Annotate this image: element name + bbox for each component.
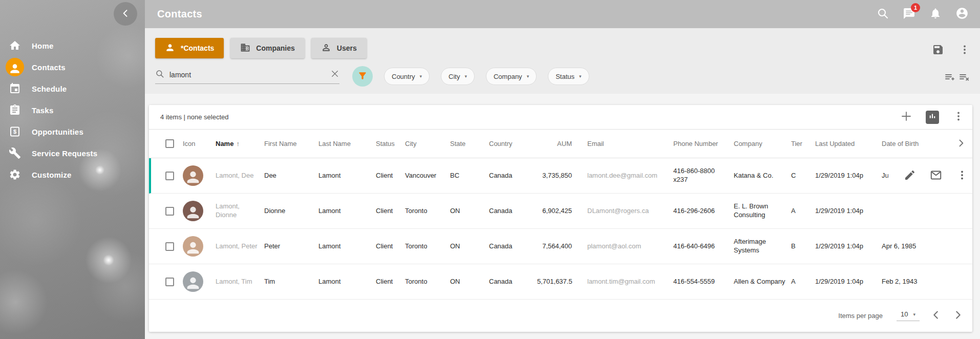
cell-country: Canada: [489, 172, 537, 180]
clear-search-button[interactable]: [330, 69, 339, 80]
cell-tier: A: [791, 278, 815, 286]
search-input[interactable]: [169, 71, 325, 79]
column-header-name[interactable]: Name↑: [216, 140, 264, 147]
chart-view-button[interactable]: [926, 111, 939, 124]
email-button[interactable]: [929, 168, 943, 183]
column-header-state[interactable]: State: [450, 140, 489, 147]
column-header-city[interactable]: City: [405, 140, 450, 147]
search-button[interactable]: [877, 7, 889, 21]
column-header-tier[interactable]: Tier: [791, 140, 815, 147]
table-row[interactable]: Lamont, Peter Peter Lamont Client Toront…: [149, 229, 972, 264]
cell-aum: 6,902,425: [537, 207, 587, 216]
select-all-checkbox[interactable]: [165, 139, 174, 148]
column-header-first-name[interactable]: First Name: [264, 140, 318, 147]
sidebar-item-service-requests[interactable]: Service Requests: [0, 142, 145, 164]
add-filter-button[interactable]: [944, 71, 956, 85]
tab-contacts[interactable]: *Contacts: [155, 38, 224, 58]
notifications-button[interactable]: [929, 7, 942, 21]
sidebar-collapse-button[interactable]: [114, 2, 137, 26]
cell-email: DLamont@rogers.ca: [587, 207, 673, 216]
chevron-down-icon: ▾: [464, 74, 467, 79]
filter-funnel-button[interactable]: [352, 66, 373, 87]
filters-band: *Contacts Companies Users: [145, 28, 980, 94]
edit-button[interactable]: [904, 169, 916, 183]
sidebar-item-schedule[interactable]: Schedule: [0, 78, 145, 99]
contacts-icon: [6, 58, 24, 76]
calendar-icon: [9, 82, 21, 95]
chevron-down-icon: ▾: [420, 74, 422, 79]
cell-first-name: Tim: [264, 278, 318, 286]
topbar: Contacts 1: [145, 0, 980, 28]
column-header-country[interactable]: Country: [489, 140, 537, 147]
row-checkbox[interactable]: [165, 242, 174, 251]
sidebar-item-customize[interactable]: Customize: [0, 164, 145, 185]
cell-aum: 5,701,637.5: [537, 278, 587, 286]
account-button[interactable]: [955, 7, 969, 22]
next-page-button[interactable]: [952, 309, 964, 322]
column-header-aum[interactable]: AUM: [537, 140, 587, 147]
sidebar-item-label: Opportunities: [32, 128, 83, 136]
playlist-add-icon: [944, 71, 956, 85]
table-menu-button[interactable]: [952, 110, 965, 124]
column-header-icon[interactable]: Icon: [183, 140, 216, 147]
sidebar-item-opportunities[interactable]: $ Opportunities: [0, 121, 145, 142]
more-vertical-icon: [952, 110, 965, 124]
row-checkbox[interactable]: [165, 172, 174, 180]
column-header-phone[interactable]: Phone Number: [673, 140, 734, 147]
sidebar-item-home[interactable]: Home: [0, 35, 145, 56]
cell-last-updated: 1/29/2019 1:04p: [815, 172, 882, 180]
add-contact-button[interactable]: [900, 110, 912, 124]
table-toolbar: 4 items | none selected: [149, 105, 972, 130]
column-header-last-name[interactable]: Last Name: [318, 140, 376, 147]
row-checkbox[interactable]: [165, 278, 174, 286]
pencil-icon: [904, 169, 916, 183]
close-icon: [330, 69, 339, 80]
sidebar-item-label: Customize: [32, 171, 72, 179]
prev-page-button[interactable]: [930, 309, 942, 322]
envelope-icon: [929, 168, 943, 183]
row-checkbox[interactable]: [165, 207, 174, 216]
cell-aum: 7,564,400: [537, 242, 587, 251]
person-icon: [165, 43, 175, 54]
cell-phone: 416-296-2606: [673, 207, 734, 216]
table-row[interactable]: Lamont, Tim Tim Lamont Client Toronto ON…: [149, 264, 972, 300]
app: Home Contacts Schedule: [0, 0, 980, 339]
filter-chip[interactable]: Company ▾: [486, 68, 537, 85]
view-menu-button[interactable]: [958, 44, 971, 57]
sidebar-item-contacts[interactable]: Contacts: [0, 56, 145, 78]
save-view-button[interactable]: [932, 44, 944, 57]
sidebar-item-tasks[interactable]: Tasks: [0, 99, 145, 121]
column-header-status[interactable]: Status: [376, 140, 405, 147]
sidebar: Home Contacts Schedule: [0, 0, 145, 339]
sidebar-item-label: Schedule: [32, 84, 67, 93]
clear-filters-button[interactable]: [958, 71, 971, 85]
items-per-page-select[interactable]: 10 ▾: [897, 310, 920, 321]
cell-status: Client: [376, 278, 405, 286]
person-outline-icon: [321, 43, 331, 54]
table-row[interactable]: Lamont, Dionne Dionne Lamont Client Toro…: [149, 194, 972, 229]
sidebar-nav: Home Contacts Schedule: [0, 35, 145, 185]
scroll-columns-right-button[interactable]: [956, 138, 966, 150]
column-header-last-updated[interactable]: Last Updated: [815, 140, 882, 147]
tab-companies[interactable]: Companies: [230, 38, 304, 58]
sort-ascending-icon: ↑: [236, 140, 240, 147]
cell-city: Toronto: [405, 242, 450, 251]
cell-first-name: Dionne: [264, 207, 318, 216]
building-icon: [240, 43, 250, 54]
cell-phone: 416-860-8800 x237: [673, 167, 734, 184]
cell-city: Vancouver: [405, 172, 450, 180]
row-menu-button[interactable]: [956, 169, 968, 183]
messages-button[interactable]: 1: [903, 7, 915, 22]
filter-chip[interactable]: Country ▾: [384, 68, 430, 85]
filter-chip[interactable]: Status ▾: [548, 68, 589, 85]
filter-chip[interactable]: City ▾: [441, 68, 475, 85]
cell-state: BC: [450, 172, 489, 180]
cell-first-name: Dee: [264, 172, 318, 180]
column-header-email[interactable]: Email: [587, 140, 673, 147]
table-row[interactable]: Lamont, Dee Dee Lamont Client Vancouver …: [149, 158, 972, 194]
cell-state: ON: [450, 207, 489, 216]
cell-city: Toronto: [405, 207, 450, 216]
tab-users[interactable]: Users: [311, 38, 367, 58]
gear-icon: [9, 168, 21, 181]
column-header-company[interactable]: Company: [734, 140, 791, 147]
